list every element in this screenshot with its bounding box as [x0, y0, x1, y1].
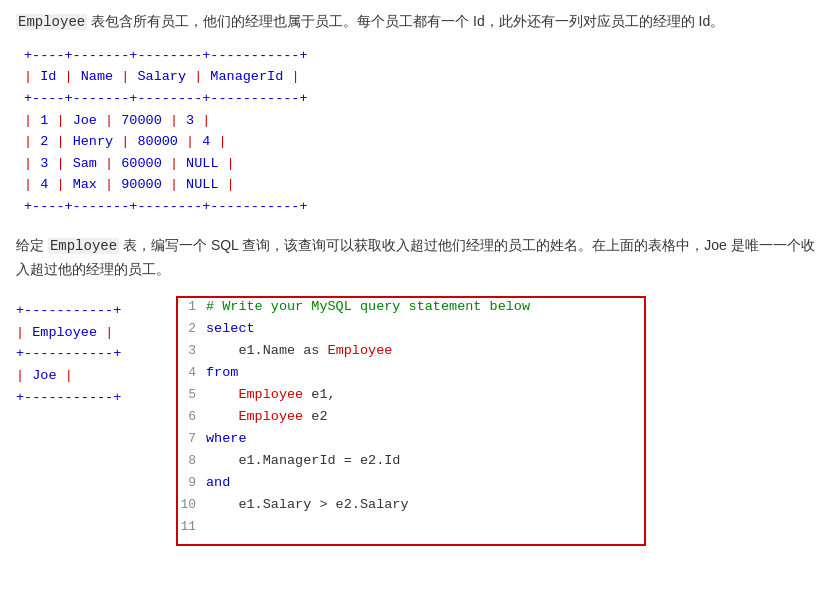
result-border-bottom: +-----------+: [16, 387, 146, 409]
code-line-8: 8 e1.ManagerId = e2.Id: [178, 452, 644, 474]
result-data-row: | Joe |: [16, 365, 146, 387]
desc2-part2: 表，编写一个 SQL 查询，该查询可以获取收入超过他们经理的员工的姓名。在上面的…: [16, 237, 815, 278]
table-header-row: | Id | Name | Salary | ManagerId |: [24, 66, 816, 88]
table-row-4: | 4 | Max | 90000 | NULL |: [24, 174, 816, 196]
line-number-4: 4: [178, 365, 206, 380]
line-number-1: 1: [178, 299, 206, 314]
bottom-section: +-----------+ | Employee | +-----------+…: [16, 296, 816, 546]
line-content-2: select: [206, 321, 644, 336]
line-number-9: 9: [178, 475, 206, 490]
code-line-11: 11: [178, 518, 644, 540]
line-content-10: e1.Salary > e2.Salary: [206, 497, 644, 512]
line-number-7: 7: [178, 431, 206, 446]
table-border-mid: +----+-------+--------+-----------+: [24, 88, 816, 110]
description-1: Employee 表包含所有员工，他们的经理也属于员工。每个员工都有一个 Id，…: [16, 10, 816, 35]
code-line-10: 10 e1.Salary > e2.Salary: [178, 496, 644, 518]
line-content-4: from: [206, 365, 644, 380]
line-content-1: # Write your MySQL query statement below: [206, 299, 644, 314]
code-line-5: 5 Employee e1,: [178, 386, 644, 408]
line-content-3: e1.Name as Employee: [206, 343, 644, 358]
code-line-3: 3 e1.Name as Employee: [178, 342, 644, 364]
code-line-1: 1 # Write your MySQL query statement bel…: [178, 298, 644, 320]
result-border-top: +-----------+: [16, 300, 146, 322]
line-number-6: 6: [178, 409, 206, 424]
table-row-2: | 2 | Henry | 80000 | 4 |: [24, 131, 816, 153]
data-table: +----+-------+--------+-----------+ | Id…: [24, 45, 816, 218]
table-border-top: +----+-------+--------+-----------+: [24, 45, 816, 67]
table-row-1: | 1 | Joe | 70000 | 3 |: [24, 110, 816, 132]
table-border-bottom: +----+-------+--------+-----------+: [24, 196, 816, 218]
code-line-7: 7 where: [178, 430, 644, 452]
employee-code-1: Employee: [16, 14, 87, 30]
desc1-text: 表包含所有员工，他们的经理也属于员工。每个员工都有一个 Id，此外还有一列对应员…: [91, 13, 724, 29]
line-number-10: 10: [178, 497, 206, 512]
line-number-2: 2: [178, 321, 206, 336]
employee-code-2: Employee: [48, 238, 119, 254]
line-content-5: Employee e1,: [206, 387, 644, 402]
table-row-3: | 3 | Sam | 60000 | NULL |: [24, 153, 816, 175]
code-line-6: 6 Employee e2: [178, 408, 644, 430]
line-content-6: Employee e2: [206, 409, 644, 424]
description-2: 给定 Employee 表，编写一个 SQL 查询，该查询可以获取收入超过他们经…: [16, 234, 816, 283]
line-content-9: and: [206, 475, 644, 490]
code-line-2: 2 select: [178, 320, 644, 342]
desc2-part1: 给定: [16, 237, 48, 253]
line-number-5: 5: [178, 387, 206, 402]
line-number-8: 8: [178, 453, 206, 468]
code-line-4: 4 from: [178, 364, 644, 386]
line-number-11: 11: [178, 519, 206, 534]
line-content-8: e1.ManagerId = e2.Id: [206, 453, 644, 468]
result-header-row: | Employee |: [16, 322, 146, 344]
line-number-3: 3: [178, 343, 206, 358]
code-line-9: 9 and: [178, 474, 644, 496]
line-content-7: where: [206, 431, 644, 446]
result-border-mid: +-----------+: [16, 343, 146, 365]
code-editor[interactable]: 1 # Write your MySQL query statement bel…: [176, 296, 646, 546]
result-table: +-----------+ | Employee | +-----------+…: [16, 300, 146, 408]
